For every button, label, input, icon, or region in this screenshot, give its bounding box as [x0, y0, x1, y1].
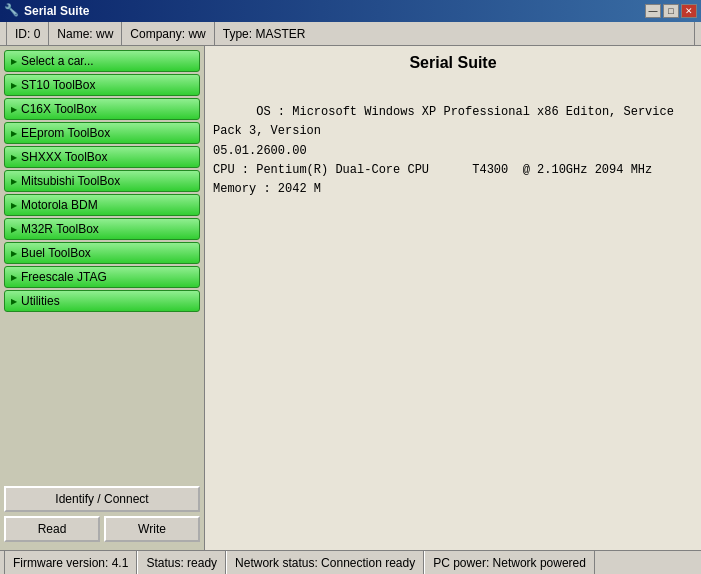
identify-connect-button[interactable]: Identify / Connect: [4, 486, 200, 512]
info-company: Company: ww: [122, 22, 214, 45]
info-bar: ID: 0 Name: ww Company: ww Type: MASTER: [0, 22, 701, 46]
rw-buttons: Read Write: [4, 516, 200, 542]
memory-line: Memory : 2042 M: [213, 182, 321, 196]
sidebar-item-shxxx[interactable]: SHXXX ToolBox: [4, 146, 200, 168]
info-type: Type: MASTER: [215, 22, 695, 45]
read-button[interactable]: Read: [4, 516, 100, 542]
sidebar-item-utilities[interactable]: Utilities: [4, 290, 200, 312]
ready-status: Status: ready: [137, 551, 226, 574]
sidebar-item-motorola[interactable]: Motorola BDM: [4, 194, 200, 216]
sidebar-item-buel[interactable]: Buel ToolBox: [4, 242, 200, 264]
title-bar-left: 🔧 Serial Suite: [4, 3, 89, 19]
content-area: Serial Suite OS : Microsoft Windows XP P…: [205, 46, 701, 550]
sidebar-item-st10[interactable]: ST10 ToolBox: [4, 74, 200, 96]
content-title: Serial Suite: [213, 54, 693, 72]
power-status: PC power: Network powered: [424, 551, 595, 574]
info-id: ID: 0: [6, 22, 49, 45]
sidebar-item-freescale[interactable]: Freescale JTAG: [4, 266, 200, 288]
minimize-button[interactable]: —: [645, 4, 661, 18]
main-area: Select a car... ST10 ToolBox C16X ToolBo…: [0, 46, 701, 550]
status-bar: Firmware version: 4.1 Status: ready Netw…: [0, 550, 701, 574]
cpu-line: CPU : Pentium(R) Dual-Core CPU T4300 @ 2…: [213, 163, 652, 177]
title-bar: 🔧 Serial Suite — □ ✕: [0, 0, 701, 22]
os-line: OS : Microsoft Windows XP Professional x…: [213, 105, 681, 138]
sidebar-item-select-car[interactable]: Select a car...: [4, 50, 200, 72]
sidebar-item-c16x[interactable]: C16X ToolBox: [4, 98, 200, 120]
sidebar-item-eeprom[interactable]: EEprom ToolBox: [4, 122, 200, 144]
os-version: 05.01.2600.00: [213, 144, 307, 158]
window-title: Serial Suite: [24, 4, 89, 18]
content-text: OS : Microsoft Windows XP Professional x…: [213, 84, 693, 218]
app-icon: 🔧: [4, 3, 20, 19]
sidebar-bottom: Identify / Connect Read Write: [4, 482, 200, 546]
sidebar-item-mitsubishi[interactable]: Mitsubishi ToolBox: [4, 170, 200, 192]
maximize-button[interactable]: □: [663, 4, 679, 18]
network-status: Network status: Connection ready: [226, 551, 424, 574]
firmware-status: Firmware version: 4.1: [4, 551, 137, 574]
write-button[interactable]: Write: [104, 516, 200, 542]
sidebar-item-m32r[interactable]: M32R ToolBox: [4, 218, 200, 240]
info-name: Name: ww: [49, 22, 122, 45]
title-buttons: — □ ✕: [645, 4, 697, 18]
sidebar: Select a car... ST10 ToolBox C16X ToolBo…: [0, 46, 205, 550]
close-button[interactable]: ✕: [681, 4, 697, 18]
